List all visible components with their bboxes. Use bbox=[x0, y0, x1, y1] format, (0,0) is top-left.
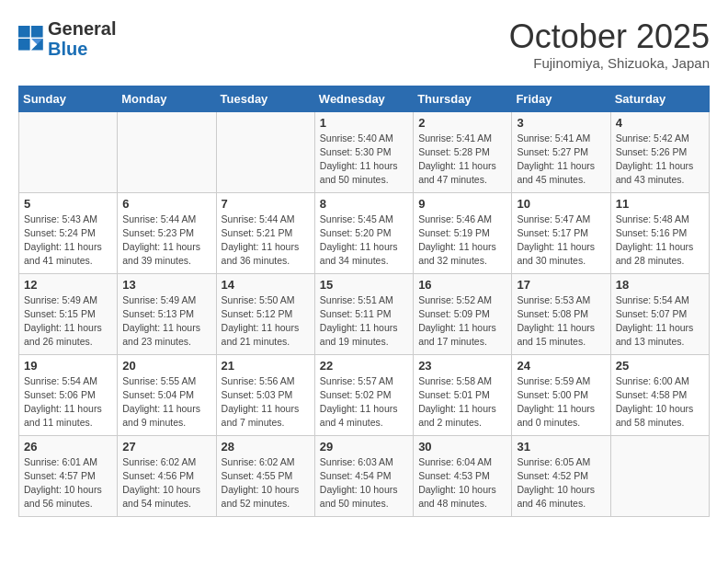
day-info: Sunrise: 5:43 AMSunset: 5:24 PMDaylight:… bbox=[24, 213, 112, 269]
calendar-day-11: 11Sunrise: 5:48 AMSunset: 5:16 PMDayligh… bbox=[610, 192, 709, 273]
month-title: October 2025 bbox=[509, 18, 710, 55]
title-block: October 2025 Fujinomiya, Shizuoka, Japan bbox=[509, 18, 710, 71]
day-number: 5 bbox=[24, 197, 112, 211]
day-number: 8 bbox=[320, 197, 408, 211]
day-info: Sunrise: 6:00 AMSunset: 4:58 PMDaylight:… bbox=[616, 374, 704, 431]
day-number: 13 bbox=[122, 278, 210, 292]
weekday-header-saturday: Saturday bbox=[610, 86, 709, 111]
day-number: 25 bbox=[616, 359, 704, 373]
day-info: Sunrise: 5:57 AMSunset: 5:02 PMDaylight:… bbox=[320, 374, 408, 431]
calendar-day-29: 29Sunrise: 6:03 AMSunset: 4:54 PMDayligh… bbox=[314, 435, 413, 516]
day-number: 18 bbox=[616, 278, 704, 292]
calendar-day-14: 14Sunrise: 5:50 AMSunset: 5:12 PMDayligh… bbox=[216, 273, 314, 354]
day-number: 26 bbox=[24, 440, 112, 454]
calendar-day-10: 10Sunrise: 5:47 AMSunset: 5:17 PMDayligh… bbox=[512, 192, 610, 273]
day-number: 3 bbox=[517, 116, 605, 130]
calendar-day-2: 2Sunrise: 5:41 AMSunset: 5:28 PMDaylight… bbox=[414, 111, 512, 192]
day-number: 6 bbox=[122, 197, 210, 211]
day-info: Sunrise: 5:41 AMSunset: 5:28 PMDaylight:… bbox=[418, 132, 506, 188]
calendar-day-12: 12Sunrise: 5:49 AMSunset: 5:15 PMDayligh… bbox=[19, 273, 118, 354]
day-info: Sunrise: 5:54 AMSunset: 5:06 PMDaylight:… bbox=[24, 374, 112, 431]
logo-text: GeneralBlue bbox=[48, 18, 116, 59]
calendar-day-1: 1Sunrise: 5:40 AMSunset: 5:30 PMDaylight… bbox=[314, 111, 413, 192]
day-info: Sunrise: 6:01 AMSunset: 4:57 PMDaylight:… bbox=[24, 455, 112, 511]
day-info: Sunrise: 5:48 AMSunset: 5:16 PMDaylight:… bbox=[616, 213, 704, 269]
day-info: Sunrise: 5:50 AMSunset: 5:12 PMDaylight:… bbox=[222, 293, 310, 350]
calendar-day-28: 28Sunrise: 6:02 AMSunset: 4:55 PMDayligh… bbox=[216, 435, 314, 516]
day-number: 24 bbox=[517, 359, 605, 373]
day-number: 7 bbox=[222, 197, 310, 211]
day-info: Sunrise: 5:55 AMSunset: 5:04 PMDaylight:… bbox=[122, 374, 210, 431]
calendar-day-25: 25Sunrise: 6:00 AMSunset: 4:58 PMDayligh… bbox=[610, 354, 709, 435]
calendar-header: SundayMondayTuesdayWednesdayThursdayFrid… bbox=[19, 86, 710, 111]
weekday-header-tuesday: Tuesday bbox=[216, 86, 314, 111]
calendar-day-8: 8Sunrise: 5:45 AMSunset: 5:20 PMDaylight… bbox=[314, 192, 413, 273]
day-info: Sunrise: 5:53 AMSunset: 5:08 PMDaylight:… bbox=[517, 293, 605, 350]
day-number: 19 bbox=[24, 359, 112, 373]
calendar-week-row: 12Sunrise: 5:49 AMSunset: 5:15 PMDayligh… bbox=[19, 273, 710, 354]
calendar-week-row: 1Sunrise: 5:40 AMSunset: 5:30 PMDaylight… bbox=[19, 111, 710, 192]
calendar-day-26: 26Sunrise: 6:01 AMSunset: 4:57 PMDayligh… bbox=[19, 435, 118, 516]
day-number: 2 bbox=[418, 116, 506, 130]
day-info: Sunrise: 6:04 AMSunset: 4:53 PMDaylight:… bbox=[418, 455, 506, 511]
calendar-day-22: 22Sunrise: 5:57 AMSunset: 5:02 PMDayligh… bbox=[314, 354, 413, 435]
calendar-day-18: 18Sunrise: 5:54 AMSunset: 5:07 PMDayligh… bbox=[610, 273, 709, 354]
calendar-day-7: 7Sunrise: 5:44 AMSunset: 5:21 PMDaylight… bbox=[216, 192, 314, 273]
day-number: 9 bbox=[418, 197, 506, 211]
calendar-day-31: 31Sunrise: 6:05 AMSunset: 4:52 PMDayligh… bbox=[512, 435, 610, 516]
calendar-table: SundayMondayTuesdayWednesdayThursdayFrid… bbox=[18, 86, 710, 517]
day-info: Sunrise: 6:03 AMSunset: 4:54 PMDaylight:… bbox=[320, 455, 408, 511]
day-info: Sunrise: 5:49 AMSunset: 5:15 PMDaylight:… bbox=[24, 293, 112, 350]
weekday-header-wednesday: Wednesday bbox=[314, 86, 413, 111]
calendar-empty-cell bbox=[19, 111, 118, 192]
day-number: 14 bbox=[222, 278, 310, 292]
day-number: 11 bbox=[616, 197, 704, 211]
day-number: 20 bbox=[122, 359, 210, 373]
svg-rect-0 bbox=[18, 26, 30, 38]
svg-rect-1 bbox=[31, 26, 43, 38]
calendar-day-20: 20Sunrise: 5:55 AMSunset: 5:04 PMDayligh… bbox=[118, 354, 216, 435]
day-number: 10 bbox=[517, 197, 605, 211]
weekday-header-monday: Monday bbox=[118, 86, 216, 111]
day-info: Sunrise: 5:58 AMSunset: 5:01 PMDaylight:… bbox=[418, 374, 506, 431]
day-info: Sunrise: 5:44 AMSunset: 5:23 PMDaylight:… bbox=[122, 213, 210, 269]
day-info: Sunrise: 5:41 AMSunset: 5:27 PMDaylight:… bbox=[517, 132, 605, 188]
calendar-day-21: 21Sunrise: 5:56 AMSunset: 5:03 PMDayligh… bbox=[216, 354, 314, 435]
day-number: 22 bbox=[320, 359, 408, 373]
day-info: Sunrise: 5:40 AMSunset: 5:30 PMDaylight:… bbox=[320, 132, 408, 188]
day-info: Sunrise: 6:02 AMSunset: 4:56 PMDaylight:… bbox=[122, 455, 210, 511]
day-info: Sunrise: 5:59 AMSunset: 5:00 PMDaylight:… bbox=[517, 374, 605, 431]
calendar-day-30: 30Sunrise: 6:04 AMSunset: 4:53 PMDayligh… bbox=[414, 435, 512, 516]
calendar-day-3: 3Sunrise: 5:41 AMSunset: 5:27 PMDaylight… bbox=[512, 111, 610, 192]
day-info: Sunrise: 5:46 AMSunset: 5:19 PMDaylight:… bbox=[418, 213, 506, 269]
day-number: 4 bbox=[616, 116, 704, 130]
weekday-header-row: SundayMondayTuesdayWednesdayThursdayFrid… bbox=[19, 86, 710, 111]
weekday-header-friday: Friday bbox=[512, 86, 610, 111]
calendar-week-row: 5Sunrise: 5:43 AMSunset: 5:24 PMDaylight… bbox=[19, 192, 710, 273]
day-info: Sunrise: 6:02 AMSunset: 4:55 PMDaylight:… bbox=[222, 455, 310, 511]
calendar-day-6: 6Sunrise: 5:44 AMSunset: 5:23 PMDaylight… bbox=[118, 192, 216, 273]
calendar-empty-cell bbox=[216, 111, 314, 192]
day-number: 31 bbox=[517, 440, 605, 454]
calendar-day-24: 24Sunrise: 5:59 AMSunset: 5:00 PMDayligh… bbox=[512, 354, 610, 435]
day-number: 16 bbox=[418, 278, 506, 292]
calendar-day-17: 17Sunrise: 5:53 AMSunset: 5:08 PMDayligh… bbox=[512, 273, 610, 354]
day-info: Sunrise: 6:05 AMSunset: 4:52 PMDaylight:… bbox=[517, 455, 605, 511]
day-number: 23 bbox=[418, 359, 506, 373]
calendar-day-27: 27Sunrise: 6:02 AMSunset: 4:56 PMDayligh… bbox=[118, 435, 216, 516]
day-number: 12 bbox=[24, 278, 112, 292]
day-info: Sunrise: 5:44 AMSunset: 5:21 PMDaylight:… bbox=[222, 213, 310, 269]
logo: GeneralBlue bbox=[18, 18, 116, 59]
day-number: 27 bbox=[122, 440, 210, 454]
day-info: Sunrise: 5:56 AMSunset: 5:03 PMDaylight:… bbox=[222, 374, 310, 431]
day-info: Sunrise: 5:49 AMSunset: 5:13 PMDaylight:… bbox=[122, 293, 210, 350]
weekday-header-thursday: Thursday bbox=[414, 86, 512, 111]
day-number: 29 bbox=[320, 440, 408, 454]
location-subtitle: Fujinomiya, Shizuoka, Japan bbox=[509, 55, 710, 71]
calendar-empty-cell bbox=[118, 111, 216, 192]
day-number: 1 bbox=[320, 116, 408, 130]
day-number: 28 bbox=[222, 440, 310, 454]
day-info: Sunrise: 5:52 AMSunset: 5:09 PMDaylight:… bbox=[418, 293, 506, 350]
weekday-header-sunday: Sunday bbox=[19, 86, 118, 111]
calendar-week-row: 26Sunrise: 6:01 AMSunset: 4:57 PMDayligh… bbox=[19, 435, 710, 516]
